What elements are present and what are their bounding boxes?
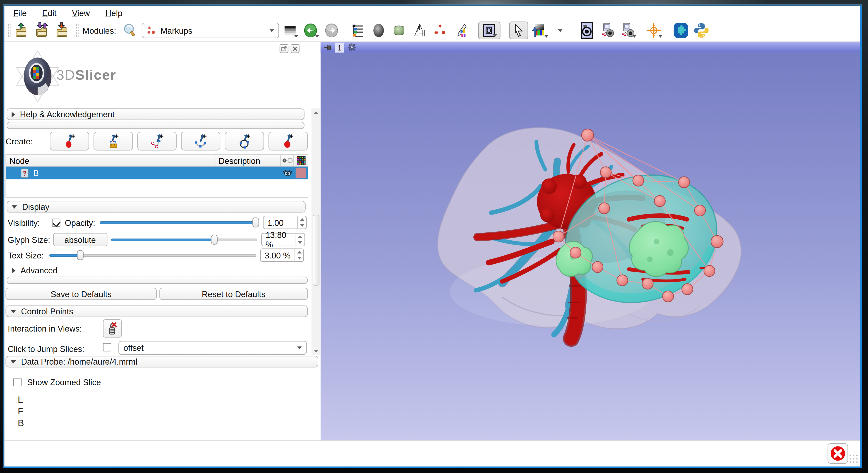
create-markups-button[interactable] — [431, 22, 449, 39]
spin-up-icon[interactable] — [297, 251, 302, 253]
spin-down-icon[interactable] — [297, 257, 302, 260]
load-data-button[interactable] — [13, 22, 31, 39]
resize-grip[interactable] — [848, 454, 859, 464]
save-to-defaults-button[interactable]: Save to Defaults — [5, 288, 157, 300]
mouse-interaction-button[interactable] — [509, 22, 528, 39]
transforms-button[interactable] — [411, 22, 428, 39]
column-description[interactable]: Description — [215, 155, 281, 166]
extensions-manager-button[interactable] — [672, 22, 690, 39]
module-selector-combobox[interactable]: Markups — [142, 23, 279, 38]
glyph-size-spinbox[interactable]: 13.80 % — [261, 233, 305, 246]
create-open-curve-button[interactable] — [181, 132, 220, 151]
menu-help[interactable]: Help — [105, 8, 122, 18]
spin-down-icon[interactable] — [300, 224, 304, 227]
toolbar-drag-handle[interactable] — [75, 23, 79, 38]
node-row-b[interactable]: ? B — [6, 166, 308, 179]
slicer-logo: 3DSlicer — [11, 49, 116, 104]
data-probe-section-header[interactable]: Data Probe: /home/aure/4.mrml — [5, 356, 318, 367]
visibility-checkbox[interactable] — [52, 218, 60, 227]
scroll-down-button[interactable] — [312, 347, 320, 355]
node-visibility-toggle[interactable] — [281, 169, 294, 177]
error-log-button[interactable] — [828, 443, 848, 464]
node-color-cell[interactable] — [294, 168, 308, 178]
scroll-up-button[interactable] — [312, 108, 320, 116]
dicom-icon — [34, 22, 51, 39]
previous-module-button[interactable] — [302, 22, 320, 39]
status-bar — [4, 440, 860, 465]
interaction-toggle-button[interactable] — [103, 319, 122, 338]
opacity-slider[interactable] — [100, 218, 259, 227]
python-console-button[interactable] — [692, 22, 710, 39]
create-label: Create: — [5, 136, 50, 146]
text-size-slider[interactable] — [49, 250, 256, 260]
annotations-icon — [453, 23, 468, 38]
control-points-section-header[interactable]: Control Points — [5, 306, 308, 317]
module-search-button[interactable] — [121, 22, 139, 39]
threed-scene — [320, 53, 860, 441]
show-zoomed-slice-checkbox[interactable] — [13, 378, 22, 386]
help-acknowledgement-section[interactable]: Help & Acknowledgement — [6, 108, 305, 120]
layout-selector-button[interactable] — [478, 22, 500, 39]
screenshot-button[interactable] — [578, 22, 595, 39]
create-closed-curve-button[interactable] — [225, 132, 264, 151]
error-icon — [830, 445, 846, 462]
column-visibility[interactable] — [281, 155, 294, 166]
column-color[interactable] — [294, 155, 308, 166]
glyph-size-mode-button[interactable]: absolute — [53, 233, 107, 246]
svg-text:?: ? — [23, 169, 27, 177]
save-button[interactable] — [54, 22, 72, 39]
create-line-button[interactable] — [93, 132, 133, 151]
interaction-lock-icon — [107, 322, 117, 335]
threed-viewport[interactable] — [320, 53, 860, 441]
text-size-slider-handle[interactable] — [77, 250, 84, 260]
create-point-list-button[interactable] — [50, 132, 89, 151]
menu-edit[interactable]: Edit — [42, 8, 56, 18]
module-history-button[interactable] — [282, 22, 299, 39]
volume-rendering-button[interactable] — [370, 22, 388, 39]
spin-up-icon[interactable] — [300, 218, 304, 221]
hide-panel-button[interactable] — [291, 44, 300, 53]
view-crosshair-icon[interactable] — [348, 43, 356, 52]
create-angle-button[interactable] — [137, 132, 177, 151]
reset-to-defaults-button[interactable]: Reset to Defaults — [159, 288, 308, 300]
node-color-swatch[interactable] — [296, 168, 306, 178]
menu-view[interactable]: View — [72, 8, 90, 18]
create-plane-button[interactable] — [269, 132, 308, 151]
scene-view-capture-button[interactable] — [598, 22, 616, 39]
display-section-label: Display — [22, 202, 49, 211]
annotations-button[interactable] — [452, 22, 469, 39]
menu-file[interactable]: File — [13, 8, 27, 18]
help-section-label: Help & Acknowledgement — [20, 109, 115, 119]
next-module-button[interactable] — [322, 22, 340, 39]
spin-down-icon[interactable] — [298, 241, 303, 244]
load-dicom-button[interactable] — [34, 22, 52, 39]
subject-hierarchy-button[interactable] — [349, 22, 367, 39]
menu-bar: File Edit View Help — [4, 6, 860, 20]
opacity-value: 1.00 — [264, 218, 297, 227]
volumes-button[interactable] — [390, 22, 408, 39]
crosshair-button[interactable] — [646, 22, 663, 39]
click-to-jump-checkbox[interactable] — [103, 343, 112, 351]
scene-view-restore-button[interactable] — [619, 22, 637, 39]
window-level-preset-dropdown[interactable] — [551, 22, 569, 39]
interaction-in-views-label: Interaction in Views: — [8, 324, 82, 333]
panel-scrollbar[interactable] — [312, 108, 320, 355]
window-level-button[interactable] — [531, 22, 549, 39]
view-tab-label[interactable]: 1 — [335, 42, 344, 52]
column-node[interactable]: Node — [6, 155, 215, 166]
opacity-spinbox[interactable]: 1.00 — [263, 216, 307, 229]
jump-mode-combobox[interactable]: offset — [118, 341, 307, 355]
spin-up-icon[interactable] — [298, 235, 303, 238]
glyph-size-slider-handle[interactable] — [211, 235, 217, 245]
scrollbar-thumb[interactable] — [313, 215, 319, 286]
color-table-icon — [296, 156, 305, 165]
glyph-size-slider[interactable] — [111, 235, 257, 245]
threed-view-header[interactable]: 1 — [320, 42, 860, 53]
display-section-header[interactable]: Display — [6, 201, 305, 213]
advanced-section-header[interactable]: Advanced — [12, 266, 58, 275]
undock-panel-button[interactable] — [280, 44, 288, 53]
text-size-spinbox[interactable]: 3.00 % — [260, 249, 304, 262]
close-icon — [292, 46, 298, 51]
toolbar-drag-handle[interactable] — [6, 23, 10, 38]
opacity-slider-handle[interactable] — [252, 218, 259, 227]
